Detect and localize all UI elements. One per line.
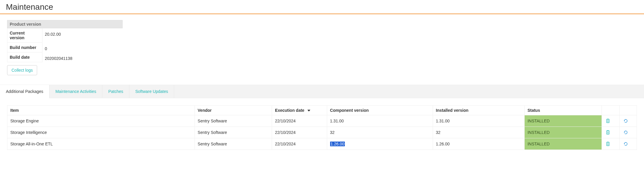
cell-action-clipboard <box>602 115 619 127</box>
table-row: Storage IntelligenceSentry Software22/10… <box>7 127 637 138</box>
svg-rect-7 <box>607 130 609 131</box>
svg-marker-17 <box>624 144 625 145</box>
cell-action-refresh <box>619 127 637 138</box>
cell-action-refresh <box>619 115 637 127</box>
cell-vendor: Sentry Software <box>195 127 272 138</box>
col-header-action-2 <box>619 106 637 115</box>
table-row: Storage All-in-One ETLSentry Software22/… <box>7 138 637 150</box>
cell-status: INSTALLED <box>524 115 602 127</box>
col-header-execution-date[interactable]: Execution date <box>272 106 327 115</box>
col-header-status[interactable]: Status <box>524 106 602 115</box>
product-version-header: Product version <box>7 20 123 28</box>
col-header-execution-date-label: Execution date <box>275 108 304 113</box>
col-header-component-version[interactable]: Component version <box>327 106 433 115</box>
cell-item: Storage All-in-One ETL <box>7 138 195 150</box>
cell-item: Storage Intelligence <box>7 127 195 138</box>
clipboard-icon[interactable] <box>605 141 611 147</box>
cell-item: Storage Engine <box>7 115 195 127</box>
cell-action-clipboard <box>602 127 619 138</box>
version-value: 202002041138 <box>42 53 123 62</box>
version-value: 20.02.00 <box>42 28 123 43</box>
svg-marker-5 <box>624 121 625 122</box>
col-header-installed-version[interactable]: Installed version <box>433 106 524 115</box>
svg-rect-13 <box>607 142 609 142</box>
cell-installed-version: 1.26.00 <box>433 138 524 150</box>
svg-rect-1 <box>607 119 609 119</box>
cell-component-version: 1.26.00 <box>327 138 433 150</box>
cell-execution-date: 22/10/2024 <box>272 115 327 127</box>
collect-logs-button[interactable]: Collect logs <box>7 65 37 75</box>
packages-table: Item Vendor Execution date Component ver… <box>7 105 637 150</box>
tab-software-updates[interactable]: Software Updates <box>129 85 174 98</box>
tabs-bar: Additional PackagesMaintenance Activitie… <box>0 85 644 98</box>
tab-maintenance-activities[interactable]: Maintenance Activities <box>50 85 103 98</box>
selected-text: 1.26.00 <box>330 142 345 146</box>
col-header-action-1 <box>602 106 619 115</box>
refresh-icon[interactable] <box>622 118 629 124</box>
cell-action-clipboard <box>602 138 619 150</box>
page-title: Maintenance <box>0 0 644 14</box>
refresh-icon[interactable] <box>622 141 629 147</box>
refresh-icon[interactable] <box>622 129 629 136</box>
svg-marker-11 <box>624 132 625 133</box>
cell-action-refresh <box>619 138 637 150</box>
version-label: Build date <box>7 53 42 62</box>
cell-status: INSTALLED <box>524 138 602 150</box>
col-header-item[interactable]: Item <box>7 106 195 115</box>
cell-execution-date: 22/10/2024 <box>272 127 327 138</box>
cell-vendor: Sentry Software <box>195 115 272 127</box>
product-version-panel: Product version Current version20.02.00B… <box>7 20 123 62</box>
cell-installed-version: 1.31.00 <box>433 115 524 127</box>
cell-installed-version: 32 <box>433 127 524 138</box>
clipboard-icon[interactable] <box>605 129 611 136</box>
version-label: Current version <box>7 28 42 43</box>
version-value: 0 <box>42 43 123 53</box>
col-header-vendor[interactable]: Vendor <box>195 106 272 115</box>
table-row: Storage EngineSentry Software22/10/20241… <box>7 115 637 127</box>
cell-component-version: 32 <box>327 127 433 138</box>
cell-component-version: 1.31.00 <box>327 115 433 127</box>
tab-additional-packages[interactable]: Additional Packages <box>0 85 50 98</box>
sort-desc-icon <box>307 110 310 111</box>
cell-status: INSTALLED <box>524 127 602 138</box>
tab-patches[interactable]: Patches <box>102 85 129 98</box>
version-label: Build number <box>7 43 42 53</box>
clipboard-icon[interactable] <box>605 118 611 124</box>
cell-vendor: Sentry Software <box>195 138 272 150</box>
cell-execution-date: 22/10/2024 <box>272 138 327 150</box>
